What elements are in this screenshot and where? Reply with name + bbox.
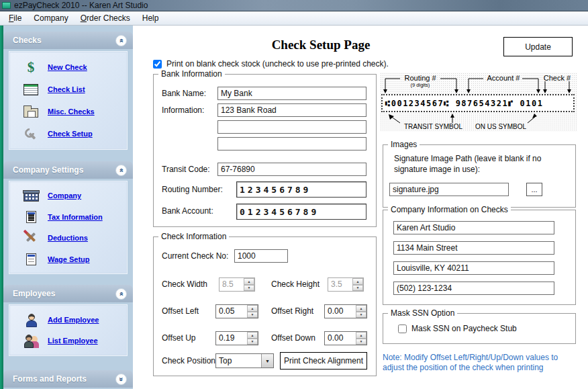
collapse-chevron-icon[interactable]: » xyxy=(115,165,127,176)
company-street-input[interactable] xyxy=(393,241,554,255)
spinner-down-icon: ▼ xyxy=(352,285,363,292)
bank-information-legend: Bank Information xyxy=(158,69,225,79)
sidebar-item-check-list[interactable]: Check List xyxy=(9,83,127,96)
main-content: Check Setup Page Update Print on blank c… xyxy=(133,26,588,389)
sidebar-item-label: New Check xyxy=(48,63,87,71)
spinner-down-icon[interactable]: ▼ xyxy=(356,339,366,345)
signature-path-input[interactable] xyxy=(389,183,509,196)
section-header-company-settings[interactable]: Company Settings » xyxy=(3,161,133,179)
company-phone-input[interactable] xyxy=(393,282,554,295)
offset-left-stepper[interactable]: 0.05 ▲▼ xyxy=(215,304,258,318)
window-title: ezPayCheck 2010 -- Karen Art Studio xyxy=(14,1,148,10)
transit-code-label: Transit Code: xyxy=(162,165,210,174)
check-micr-sample: Routing # (9 digits) Account # Check # ⑆… xyxy=(380,73,577,132)
bank-information-group: Bank Information Bank Name: Information:… xyxy=(153,74,377,227)
micr-symbol-labels: TRANSIT SYMBOL ON US SYMBOL xyxy=(381,114,577,131)
menu-help[interactable]: Help xyxy=(136,12,165,24)
people-icon xyxy=(23,334,39,347)
bank-information-input-3[interactable] xyxy=(217,137,366,150)
sidebar-item-label: Misc. Checks xyxy=(48,107,95,116)
offset-up-stepper[interactable]: 0.19 ▲▼ xyxy=(215,331,258,345)
check-height-label: Check Height xyxy=(271,279,320,289)
blank-stock-checkbox-row: Print on blank check stock (uncheck to u… xyxy=(153,59,389,69)
offset-right-label: Offset Right xyxy=(271,306,313,316)
onus-symbol-label: ON US SYMBOL xyxy=(475,123,527,130)
offset-down-stepper[interactable]: 0.00 ▲▼ xyxy=(324,331,367,345)
spinner-up-icon[interactable]: ▲ xyxy=(247,305,258,312)
spinner-down-icon[interactable]: ▼ xyxy=(247,312,258,318)
sidebar-item-tax-information[interactable]: Tax Information xyxy=(9,210,127,224)
sidebar-item-label: Check Setup xyxy=(48,130,93,138)
menu-file[interactable]: File xyxy=(3,12,28,24)
sidebar-item-misc-checks[interactable]: Misc. Checks xyxy=(9,105,127,118)
check-position-dropdown[interactable]: Top ▼ xyxy=(215,353,274,368)
browse-button[interactable]: ... xyxy=(526,183,542,196)
spinner-down-icon[interactable]: ▼ xyxy=(356,312,366,318)
bank-information-input-2[interactable] xyxy=(217,120,366,134)
account-label: Account # xyxy=(487,74,521,82)
section-header-forms-and-reports[interactable]: Forms and Reports » xyxy=(3,370,133,388)
offset-down-label: Offset Down xyxy=(271,333,315,343)
information-label: Information: xyxy=(162,105,204,115)
bank-name-input[interactable] xyxy=(217,87,366,100)
mask-ssn-checkbox[interactable] xyxy=(398,325,407,333)
collapse-chevron-icon[interactable]: » xyxy=(115,35,127,46)
sidebar-item-company[interactable]: Company xyxy=(9,189,127,202)
transit-code-input[interactable] xyxy=(217,163,366,176)
spinner-up-icon[interactable]: ▲ xyxy=(356,305,366,312)
offset-note: Note: Modify Offset Left/Right/Up/Down v… xyxy=(383,353,573,373)
page-title: Check Setup Page xyxy=(133,38,509,52)
sidebar-item-wage-setup[interactable]: Wage Setup xyxy=(9,253,127,266)
bank-account-input[interactable] xyxy=(236,204,366,220)
sidebar-item-label: Check List xyxy=(48,85,85,93)
spinner-down-icon[interactable]: ▼ xyxy=(247,339,258,345)
routing-number-label: Routing Number: xyxy=(162,185,223,194)
app-icon xyxy=(2,2,11,9)
update-button[interactable]: Update xyxy=(503,37,573,56)
current-check-no-label: Current Check No: xyxy=(162,251,228,261)
company-city-input[interactable] xyxy=(393,261,554,275)
menu-order-checks[interactable]: Order Checks xyxy=(75,12,136,24)
dropdown-arrow-icon[interactable]: ▼ xyxy=(261,354,273,368)
person-icon xyxy=(23,313,39,327)
section-header-employees[interactable]: Employees » xyxy=(3,285,133,302)
section-label: Employees xyxy=(13,289,55,298)
sidebar-item-list-employee[interactable]: List Employee xyxy=(9,334,127,347)
blank-stock-label: Print on blank check stock (uncheck to u… xyxy=(166,59,389,69)
offset-up-label: Offset Up xyxy=(162,333,195,343)
spinner-up-icon: ▲ xyxy=(352,278,363,285)
routing-number-input[interactable] xyxy=(236,181,366,198)
sidebar-item-check-setup[interactable]: Check Setup xyxy=(9,127,127,140)
expand-chevron-icon[interactable]: » xyxy=(115,374,127,385)
sidebar-item-label: Tax Information xyxy=(48,213,103,221)
check-number-label: Check # xyxy=(544,74,571,82)
section-panel-company-settings: Company Tax Information Deductions Wage … xyxy=(9,181,128,274)
transit-symbol-label: TRANSIT SYMBOL xyxy=(404,123,462,130)
current-check-no-input[interactable] xyxy=(234,249,288,263)
sidebar-item-add-employee[interactable]: Add Employee xyxy=(9,313,127,327)
menu-bar: File Company Order Checks Help xyxy=(0,11,588,26)
company-name-input[interactable] xyxy=(393,221,554,234)
sidebar-item-new-check[interactable]: $ New Check xyxy=(9,60,127,74)
sidebar-item-label: Wage Setup xyxy=(48,255,90,263)
spinner-down-icon: ▼ xyxy=(244,285,254,292)
spinner-up-icon[interactable]: ▲ xyxy=(247,332,258,339)
wrench-icon xyxy=(23,127,39,140)
check-information-group: Check Information Current Check No: Chec… xyxy=(153,236,377,376)
sidebar-item-deductions[interactable]: Deductions xyxy=(9,231,127,245)
mask-ssn-group: Mask SSN Option Mask SSN on Paycheck Stu… xyxy=(383,313,576,344)
blank-stock-checkbox[interactable] xyxy=(153,60,162,69)
tax-document-icon xyxy=(23,210,39,224)
bank-name-label: Bank Name: xyxy=(162,89,206,98)
section-header-checks[interactable]: Checks » xyxy=(3,32,133,49)
print-check-alignment-button[interactable]: Print Check Alignment xyxy=(280,352,367,370)
offset-right-stepper[interactable]: 0.00 ▲▼ xyxy=(324,304,367,318)
menu-company[interactable]: Company xyxy=(28,12,74,24)
spinner-up-icon[interactable]: ▲ xyxy=(356,332,366,339)
micr-line: ⑆001234567⑆ 987654321⑈ 0101 xyxy=(381,94,575,112)
check-width-label: Check Width xyxy=(162,279,207,289)
section-label: Forms and Reports xyxy=(13,374,87,384)
collapse-chevron-icon[interactable]: » xyxy=(115,288,127,300)
bank-information-input-1[interactable] xyxy=(217,103,366,117)
section-label: Checks xyxy=(13,36,42,45)
